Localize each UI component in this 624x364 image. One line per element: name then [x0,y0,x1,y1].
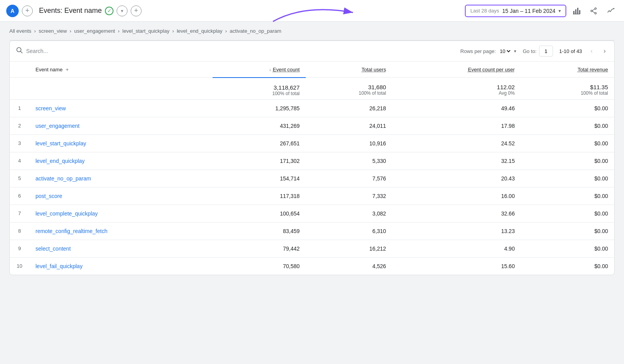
breadcrumb-text: All events › screen_view › user_engageme… [9,28,281,34]
row-event-count-cell: 100,654 [213,205,306,222]
svg-point-4 [595,8,596,9]
row-num-cell: 10 [10,257,29,275]
date-range-button[interactable]: Last 28 days 15 Jan – 11 Feb 2024 ▾ [465,5,566,17]
event-name-link[interactable]: level_start_quickplay [35,140,86,147]
chart-icon [573,7,580,15]
row-event-name-cell: level_complete_quickplay [29,205,213,222]
svg-point-6 [591,10,592,12]
date-range-chevron-icon: ▾ [558,8,561,14]
col-event-count-per-user-header[interactable]: Event count per user [392,62,521,78]
topbar: A + Events: Event name ✓ ▾ + Last 28 day… [0,0,624,22]
date-range-value: 15 Jan – 11 Feb 2024 [502,8,555,14]
svg-point-5 [595,12,596,14]
table-row: 7 level_complete_quickplay 100,654 3,082… [10,205,614,222]
table-row: 4 level_end_quickplay 171,302 5,330 32.1… [10,152,614,170]
row-ecpu-cell: 4.90 [392,240,521,257]
row-ecpu-cell: 49.46 [392,99,521,117]
row-revenue-cell: $0.00 [521,240,614,257]
title-check-icon: ✓ [105,7,113,15]
total-ecpu-sub: Avg 0% [399,90,515,96]
search-input[interactable] [26,48,143,54]
svg-line-7 [592,9,595,11]
events-table: Event name + ↓ Event count Total users [10,62,614,275]
event-name-col-label: Event name [35,67,62,72]
event-name-link[interactable]: activate_no_op_param [35,175,91,182]
total-revenue-col-label: Total revenue [578,67,608,72]
add-tab-button[interactable]: + [22,5,33,16]
report-title-text: Events: Event name [39,7,102,15]
row-revenue-cell: $0.00 [521,152,614,170]
event-count-col-label: Event count [273,67,300,72]
row-revenue-cell: $0.00 [521,170,614,187]
chart-type-button[interactable] [569,4,583,18]
total-ecpu: 112.02 [399,84,515,90]
row-event-name-cell: post_score [29,187,213,205]
totals-name-cell [29,78,213,100]
main-content: All events › screen_view › user_engageme… [0,22,624,284]
table-row: 8 remote_config_realtime_fetch 83,459 6,… [10,222,614,240]
event-name-link[interactable]: user_engagement [35,123,80,129]
svg-rect-3 [579,10,580,14]
avatar: A [6,5,19,17]
total-revenue-sub: 100% of total [527,90,608,96]
row-event-name-cell: level_end_quickplay [29,152,213,170]
total-event-count-sub: 100% of total [219,91,300,96]
table-row: 2 user_engagement 431,269 24,011 17.98 $… [10,117,614,134]
totals-num-cell [10,78,29,100]
rows-per-page-control: Rows per page: 10 25 50 ▾ [460,48,516,55]
go-to-input[interactable] [539,46,553,57]
event-name-link[interactable]: remote_config_realtime_fetch [35,228,107,234]
share-button[interactable] [587,4,601,18]
row-total-users-cell: 7,576 [306,170,392,187]
row-event-count-cell: 70,580 [213,257,306,275]
table-row: 10 level_fail_quickplay 70,580 4,526 15.… [10,257,614,275]
data-table-section: Rows per page: 10 25 50 ▾ Go to: 1-10 of… [9,41,615,275]
event-name-link[interactable]: level_complete_quickplay [35,210,98,217]
insights-button[interactable] [604,4,618,18]
row-num-cell: 7 [10,205,29,222]
row-num-cell: 2 [10,117,29,134]
svg-rect-1 [575,9,576,14]
svg-rect-2 [577,8,578,14]
sort-arrow-icon: ↓ [269,67,271,72]
row-ecpu-cell: 13.23 [392,222,521,240]
col-event-count-header[interactable]: ↓ Event count [213,62,306,78]
total-total-users: 31,680 [312,84,386,90]
row-event-count-cell: 431,269 [213,117,306,134]
title-add-button[interactable]: + [131,5,142,16]
row-revenue-cell: $0.00 [521,187,614,205]
row-event-count-cell: 79,442 [213,240,306,257]
event-name-link[interactable]: post_score [35,193,62,199]
breadcrumb: All events › screen_view › user_engageme… [9,22,615,41]
row-ecpu-cell: 32.66 [392,205,521,222]
totals-event-count-cell: 3,118,627 100% of total [213,78,306,100]
svg-line-12 [21,51,23,53]
event-name-link[interactable]: level_fail_quickplay [35,263,83,269]
row-num-cell: 6 [10,187,29,205]
row-num-cell: 4 [10,152,29,170]
table-row: 9 select_content 79,442 16,212 4.90 $0.0… [10,240,614,257]
row-revenue-cell: $0.00 [521,99,614,117]
title-dropdown-button[interactable]: ▾ [117,5,128,16]
search-container [16,47,460,56]
prev-page-button[interactable]: ‹ [588,46,595,56]
event-name-link[interactable]: screen_view [35,105,66,111]
next-page-button[interactable]: › [601,46,608,56]
row-num-cell: 1 [10,99,29,117]
table-header: Event name + ↓ Event count Total users [10,62,614,78]
col-total-revenue-header[interactable]: Total revenue [521,62,614,78]
add-column-icon[interactable]: + [66,67,69,72]
rows-per-page-select[interactable]: 10 25 50 [498,48,512,55]
row-event-name-cell: level_fail_quickplay [29,257,213,275]
topbar-right: Last 28 days 15 Jan – 11 Feb 2024 ▾ [465,4,618,18]
col-total-users-header[interactable]: Total users [306,62,392,78]
go-to-control: Go to: [523,46,553,57]
row-total-users-cell: 6,310 [306,222,392,240]
pagination-controls: Rows per page: 10 25 50 ▾ Go to: 1-10 of… [460,46,608,57]
event-name-link[interactable]: level_end_quickplay [35,158,85,164]
col-num-header [10,62,29,78]
event-name-link[interactable]: select_content [35,246,71,252]
table-row: 3 level_start_quickplay 267,651 10,916 2… [10,134,614,152]
row-total-users-cell: 4,526 [306,257,392,275]
row-revenue-cell: $0.00 [521,257,614,275]
